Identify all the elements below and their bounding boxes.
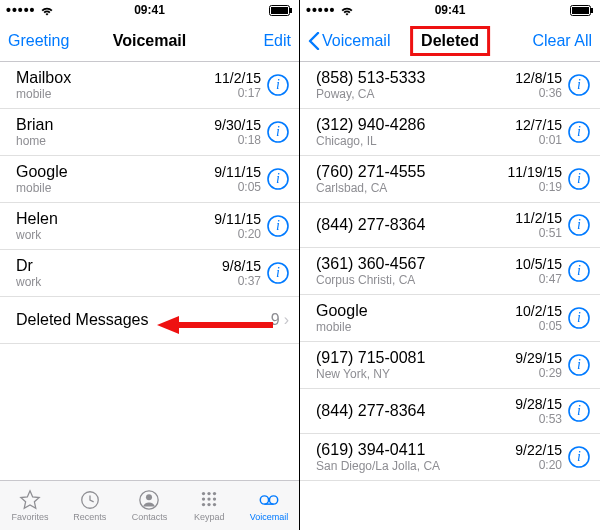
tab-favorites[interactable]: Favorites xyxy=(0,481,60,530)
duration: 0:51 xyxy=(539,226,562,240)
voicemail-row[interactable]: (619) 394-0411San Diego/La Jolla, CA9/22… xyxy=(300,434,600,481)
caller-name: Helen xyxy=(16,210,214,228)
tab-label: Favorites xyxy=(11,512,48,522)
back-label: Voicemail xyxy=(322,32,390,50)
duration: 0:19 xyxy=(539,180,562,194)
caller-label: work xyxy=(16,228,214,242)
chevron-right-icon: › xyxy=(284,311,289,329)
duration: 0:17 xyxy=(238,86,261,100)
voicemail-row[interactable]: Brianhome9/30/150:18i xyxy=(0,109,299,156)
info-icon[interactable]: i xyxy=(568,354,590,376)
tab-voicemail[interactable]: Voicemail xyxy=(239,481,299,530)
info-icon[interactable]: i xyxy=(568,121,590,143)
clear-all-button[interactable]: Clear All xyxy=(522,32,592,50)
greeting-button[interactable]: Greeting xyxy=(8,32,78,50)
svg-point-27 xyxy=(260,496,268,504)
signal-dots: ••••• xyxy=(6,2,36,18)
caller-label: Chicago, IL xyxy=(316,134,515,148)
caller-name: (844) 277-8364 xyxy=(316,216,515,234)
deleted-messages-label: Deleted Messages xyxy=(16,311,149,329)
svg-rect-31 xyxy=(572,7,589,14)
tab-label: Recents xyxy=(73,512,106,522)
chevron-left-icon xyxy=(308,32,320,50)
voicemail-row[interactable]: (917) 715-0081New York, NY9/29/150:29i xyxy=(300,342,600,389)
voicemail-list: Mailboxmobile11/2/150:17iBrianhome9/30/1… xyxy=(0,62,299,480)
svg-text:i: i xyxy=(276,124,280,139)
caller-label: San Diego/La Jolla, CA xyxy=(316,459,515,473)
voicemail-row[interactable]: (760) 271-4555Carlsbad, CA11/19/150:19i xyxy=(300,156,600,203)
voicemail-row[interactable]: Drwork9/8/150:37i xyxy=(0,250,299,297)
caller-label: Carlsbad, CA xyxy=(316,181,508,195)
tab-keypad[interactable]: Keypad xyxy=(179,481,239,530)
edit-button[interactable]: Edit xyxy=(221,32,291,50)
svg-text:i: i xyxy=(577,77,581,92)
info-icon[interactable]: i xyxy=(568,168,590,190)
voicemail-row[interactable]: (844) 277-836411/2/150:51i xyxy=(300,203,600,248)
svg-point-20 xyxy=(213,492,216,495)
duration: 0:05 xyxy=(238,180,261,194)
info-icon[interactable]: i xyxy=(568,260,590,282)
caller-name: Dr xyxy=(16,257,222,275)
tab-recents[interactable]: Recents xyxy=(60,481,120,530)
deleted-messages-row[interactable]: Deleted Messages9› xyxy=(0,297,299,344)
svg-point-17 xyxy=(146,494,152,500)
screen-voicemail: ••••• 09:41 Greeting Voicemail Edit Mail… xyxy=(0,0,300,530)
voicemail-row[interactable]: Googlemobile10/2/150:05i xyxy=(300,295,600,342)
voicemail-icon xyxy=(258,489,280,511)
tab-label: Keypad xyxy=(194,512,225,522)
svg-point-23 xyxy=(213,497,216,500)
tab-label: Voicemail xyxy=(250,512,289,522)
duration: 0:05 xyxy=(539,319,562,333)
signal-dots: ••••• xyxy=(306,2,336,18)
duration: 0:37 xyxy=(238,274,261,288)
info-icon[interactable]: i xyxy=(267,121,289,143)
caller-name: Brian xyxy=(16,116,214,134)
voicemail-row[interactable]: (844) 277-83649/28/150:53i xyxy=(300,389,600,434)
tab-contacts[interactable]: Contacts xyxy=(120,481,180,530)
caller-label: New York, NY xyxy=(316,367,515,381)
info-icon[interactable]: i xyxy=(568,214,590,236)
battery-icon xyxy=(269,5,293,16)
info-icon[interactable]: i xyxy=(267,168,289,190)
date: 9/8/15 xyxy=(222,258,261,274)
duration: 0:20 xyxy=(238,227,261,241)
voicemail-row[interactable]: Helenwork9/11/150:20i xyxy=(0,203,299,250)
info-icon[interactable]: i xyxy=(568,74,590,96)
status-time: 09:41 xyxy=(435,3,466,17)
svg-point-26 xyxy=(213,503,216,506)
svg-text:i: i xyxy=(577,449,581,464)
svg-text:i: i xyxy=(577,310,581,325)
voicemail-row[interactable]: (858) 513-5333Poway, CA12/8/150:36i xyxy=(300,62,600,109)
svg-text:i: i xyxy=(577,217,581,232)
svg-text:i: i xyxy=(276,218,280,233)
screen-deleted: ••••• 09:41 Voicemail Deleted Clear All … xyxy=(300,0,600,530)
duration: 0:47 xyxy=(539,272,562,286)
voicemail-row[interactable]: (312) 940-4286Chicago, IL12/7/150:01i xyxy=(300,109,600,156)
svg-text:i: i xyxy=(577,403,581,418)
back-button[interactable]: Voicemail xyxy=(308,32,390,50)
caller-label: mobile xyxy=(16,181,214,195)
info-icon[interactable]: i xyxy=(267,74,289,96)
caller-label: Corpus Christi, CA xyxy=(316,273,515,287)
tabbar: Favorites Recents Contacts Keypad xyxy=(0,480,299,530)
page-title: Deleted xyxy=(410,26,490,56)
voicemail-row[interactable]: (361) 360-4567Corpus Christi, CA10/5/150… xyxy=(300,248,600,295)
caller-name: Mailbox xyxy=(16,69,214,87)
info-icon[interactable]: i xyxy=(568,446,590,468)
caller-label: mobile xyxy=(16,87,214,101)
caller-name: (760) 271-4555 xyxy=(316,163,508,181)
info-icon[interactable]: i xyxy=(568,307,590,329)
voicemail-row[interactable]: Googlemobile9/11/150:05i xyxy=(0,156,299,203)
date: 9/30/15 xyxy=(214,117,261,133)
navbar: Greeting Voicemail Edit xyxy=(0,20,299,62)
info-icon[interactable]: i xyxy=(568,400,590,422)
caller-name: Google xyxy=(316,302,515,320)
keypad-icon xyxy=(198,489,220,511)
svg-point-22 xyxy=(208,497,211,500)
info-icon[interactable]: i xyxy=(267,262,289,284)
svg-point-25 xyxy=(208,503,211,506)
date: 12/8/15 xyxy=(515,70,562,86)
info-icon[interactable]: i xyxy=(267,215,289,237)
voicemail-row[interactable]: Mailboxmobile11/2/150:17i xyxy=(0,62,299,109)
svg-text:i: i xyxy=(577,171,581,186)
